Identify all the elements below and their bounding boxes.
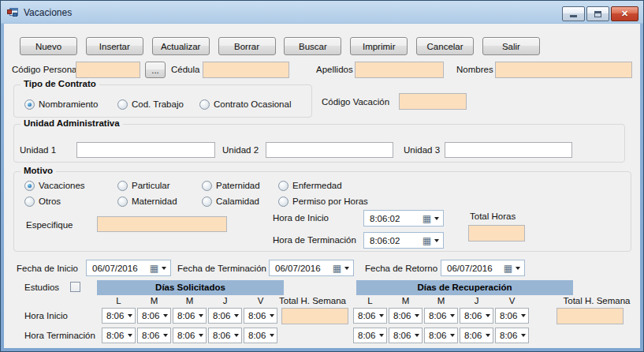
chevron-down-icon [450, 314, 455, 317]
recuperacion-day-column-4: V [495, 296, 529, 305]
solicitados-inicio-combo-0[interactable]: 8:06 [102, 308, 136, 324]
recuperacion-inicio-combo-3[interactable]: 8:06 [460, 308, 493, 324]
unidad1-input[interactable] [76, 142, 215, 158]
solicitados-inicio-combo-3[interactable]: 8:06 [208, 308, 242, 324]
solicitados-terminacion-combo-2[interactable]: 8:06 [173, 328, 207, 343]
actualizar-button[interactable]: Actualizar [152, 37, 210, 55]
imprimir-button[interactable]: Imprimir [350, 37, 408, 55]
unidad-administrativa-title: Unidad Administrativa [20, 118, 123, 128]
buscar-button[interactable]: Buscar [284, 37, 341, 55]
insertar-button[interactable]: Insertar [86, 37, 143, 55]
solicitados-total-input[interactable] [281, 308, 348, 324]
unidad3-label: Unidad 3 [404, 145, 440, 155]
window-title: Vacaciones [24, 7, 72, 18]
window-controls: ✕ [562, 6, 638, 21]
radio-maternidad[interactable]: Maternidad [117, 196, 177, 207]
unidad2-input[interactable] [266, 142, 393, 158]
recuperacion-total-input[interactable] [557, 308, 624, 324]
salir-button[interactable]: Salir [482, 37, 540, 55]
fecha-retorno-picker[interactable]: 06/07/2016 ▦ [441, 260, 525, 276]
recuperacion-inicio-combo-2[interactable]: 8:06 [424, 308, 458, 324]
codigo-persona-input[interactable] [76, 62, 140, 78]
radio-icon [278, 181, 288, 191]
recuperacion-terminacion-combo-0[interactable]: 8:06 [353, 328, 387, 343]
chevron-down-icon [379, 334, 384, 337]
radio-label: Paternidad [216, 181, 260, 190]
fecha-inicio-picker[interactable]: 06/07/2016 ▦ [86, 260, 171, 276]
radio-calamidad[interactable]: Calamidad [202, 196, 259, 207]
radio-otros[interactable]: Otros [24, 196, 61, 207]
combo-value: 8:06 [142, 311, 159, 320]
solicitados-day-column-2: M [173, 296, 207, 305]
solicitados-inicio-combo-2[interactable]: 8:06 [173, 308, 207, 324]
titlebar[interactable]: Vacaciones [1, 1, 643, 24]
unidad3-input[interactable] [445, 142, 572, 158]
combo-value: 8:06 [106, 311, 124, 320]
radio-label: Cod. Trabajo [132, 99, 184, 109]
estudios-checkbox[interactable] [70, 282, 80, 292]
total-horas-input[interactable] [468, 225, 525, 242]
combo-value: 8:06 [393, 311, 411, 320]
recuperacion-inicio-combo-0[interactable]: 8:06 [353, 308, 387, 324]
unidad2-label: Unidad 2 [222, 145, 259, 155]
recuperacion-terminacion-combo-4[interactable]: 8:06 [495, 328, 529, 343]
recuperacion-inicio-combo-4[interactable]: 8:06 [495, 308, 529, 324]
solicitados-terminacion-combo-4[interactable]: 8:06 [244, 328, 277, 343]
solicitados-terminacion-combo-3[interactable]: 8:06 [208, 328, 242, 343]
vacaciones-window: Vacaciones ✕ NuevoInsertarActualizarBorr… [0, 0, 644, 352]
hora-terminacion-picker[interactable]: 8:06:02 ▦ [363, 232, 444, 249]
radio-icon [24, 99, 35, 110]
radio-label: Otros [39, 197, 61, 206]
recuperacion-terminacion-combo-3[interactable]: 8:06 [460, 328, 493, 343]
browse-button[interactable]: ... [145, 62, 166, 78]
especifique-input[interactable] [97, 216, 227, 232]
fecha-terminacion-picker[interactable]: 06/07/2016 ▦ [269, 260, 354, 276]
calendar-icon: ▦ [504, 264, 512, 273]
radio-contrato-ocasional[interactable]: Contrato Ocasional [199, 99, 291, 110]
radio-vacaciones[interactable]: Vacaciones [24, 180, 85, 191]
combo-value: 8:06 [429, 311, 446, 320]
chevron-down-icon [379, 314, 384, 317]
motivo-title: Motivo [20, 166, 56, 175]
cancelar-button[interactable]: Cancelar [416, 37, 474, 55]
minimize-button[interactable] [562, 6, 585, 21]
codigo-vacacion-input[interactable] [399, 93, 467, 110]
picker-value: 8:06:02 [364, 214, 423, 223]
close-icon: ✕ [621, 9, 628, 18]
solicitados-terminacion-combo-0[interactable]: 8:06 [102, 328, 136, 343]
combo-value: 8:06 [393, 331, 411, 340]
chevron-down-icon [434, 239, 439, 242]
cedula-label: Cédula [171, 65, 199, 74]
radio-enfermedad[interactable]: Enfermedad [278, 180, 342, 191]
picker-value: 06/07/2016 [87, 264, 150, 273]
radio-particular[interactable]: Particular [117, 180, 170, 191]
recuperacion-terminacion-combo-2[interactable]: 8:06 [424, 328, 458, 343]
radio-icon [278, 197, 288, 207]
recuperacion-terminacion-combo-1[interactable]: 8:06 [389, 328, 423, 343]
close-button[interactable]: ✕ [611, 6, 638, 21]
radio-cod-trabajo[interactable]: Cod. Trabajo [117, 99, 184, 110]
maximize-icon [594, 11, 601, 17]
hora-terminacion-label: Hora de Terminación [273, 235, 356, 245]
apellidos-input[interactable] [355, 62, 444, 78]
hora-inicio-row-label: Hora Inicio [24, 311, 68, 320]
solicitados-inicio-combo-1[interactable]: 8:06 [137, 308, 171, 324]
borrar-button[interactable]: Borrar [218, 37, 276, 55]
radio-icon [202, 181, 212, 191]
maximize-button[interactable] [586, 6, 609, 21]
radio-paternidad[interactable]: Paternidad [202, 180, 260, 191]
combo-value: 8:06 [177, 331, 195, 340]
cedula-input[interactable] [203, 62, 289, 78]
radio-permiso-por-horas[interactable]: Permiso por Horas [278, 196, 368, 207]
combo-value: 8:06 [500, 331, 517, 340]
recuperacion-inicio-combo-1[interactable]: 8:06 [389, 308, 423, 324]
hora-inicio-picker[interactable]: 8:06:02 ▦ [363, 210, 444, 227]
solicitados-terminacion-combo-1[interactable]: 8:06 [137, 328, 171, 343]
radio-nombramiento[interactable]: Nombramiento [24, 99, 98, 110]
nuevo-button[interactable]: Nuevo [20, 37, 77, 55]
combo-value: 8:06 [500, 311, 517, 320]
estudios-label: Estudios [24, 283, 59, 292]
solicitados-inicio-combo-4[interactable]: 8:06 [244, 308, 277, 324]
hora-terminacion-row-label: Hora Terminación [24, 331, 95, 340]
nombres-input[interactable] [495, 62, 632, 78]
